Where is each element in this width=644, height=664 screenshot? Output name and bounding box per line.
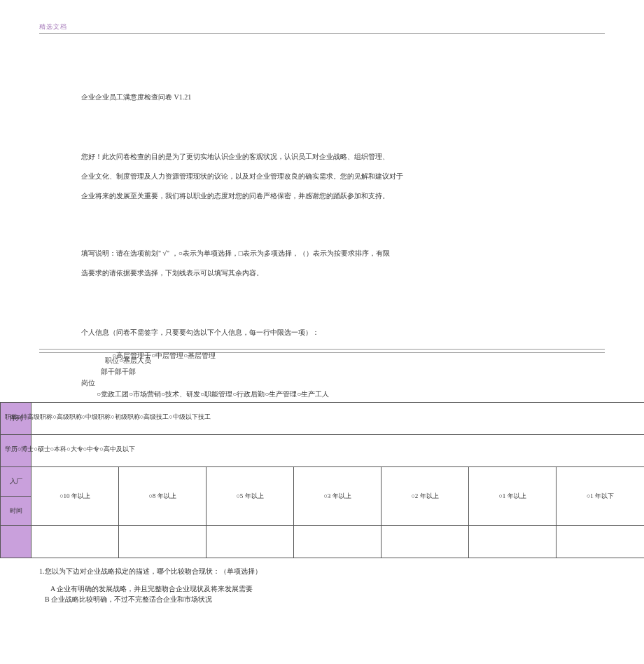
title-options: 职称○特高级职称○高级职称○中级职称○初级职称○高级技工○中级以下技工 [5, 413, 211, 422]
job-options: ○党政工团○市场营销○技术、研发○职能管理○行政后勤○生产管理○生产工人 [97, 390, 329, 398]
info-table: 序列 职称○特高级职称○高级职称○中级职称○初级职称○高级技工○中级以下技工 学… [0, 402, 644, 558]
tenure-opt-0: ○10 年以上 [31, 467, 119, 526]
personal-heading: 个人信息（问卷不需签字，只要要勾选以下个人信息，每一行中限选一项）： [81, 328, 605, 338]
intro-line-1: 您好！此次问卷检查的目的是为了更切实地认识企业的客观状况，认识员工对企业战略、组… [81, 147, 605, 167]
tenure-opt-5: ○1 年以上 [469, 467, 556, 526]
intro-line-3: 企业将来的发展至关重要，我们将以职业的态度对您的问卷严格保密，并感谢您的踊跃参加… [81, 186, 605, 206]
tenure-opt-1: ○8 年以上 [119, 467, 206, 526]
tenure-opt-6: ○1 年以下 [556, 467, 645, 526]
tenure-opt-2: ○5 年以上 [206, 467, 294, 526]
q1-option-a: A 企业有明确的发展战略，并且完整吻合企业现状及将来发展需要 [50, 583, 605, 594]
intro-line-2: 企业文化、制度管理及人力资源管理现状的议论，以及对企业管理改良的确实需求。您的见… [81, 167, 605, 186]
q1-title: 1.您以为下边对企业战略拟定的描述，哪个比较吻合现状：（单项选择） [39, 567, 605, 576]
instruction-line-2: 选要求的请依据要求选择，下划线表示可以填写其余内容。 [81, 263, 605, 283]
position-sub: 部干部干部 [101, 368, 136, 375]
doc-header: 精选文档 [39, 23, 67, 30]
position-label: 职位○基层人员 [105, 357, 151, 364]
job-label: 岗位 [81, 379, 95, 387]
entry-label-1: 入厂 [1, 467, 31, 497]
entry-label-2: 时间 [1, 497, 31, 526]
q1-option-b: B 企业战略比较明确，不过不完整适合企业和市场状况 [45, 594, 605, 604]
tenure-opt-3: ○3 年以上 [294, 467, 382, 526]
instruction-line-1: 填写说明：请在选项前划" √" ，○表示为单项选择，□表示为多项选择，（）表示为… [81, 244, 605, 263]
doc-title: 企业企业员工满意度检查问卷 V1.21 [81, 93, 191, 101]
tenure-opt-4: ○2 年以上 [382, 467, 469, 526]
education-options: 学历○博士○硕士○本科○大专○中专○高中及以下 [5, 445, 135, 454]
